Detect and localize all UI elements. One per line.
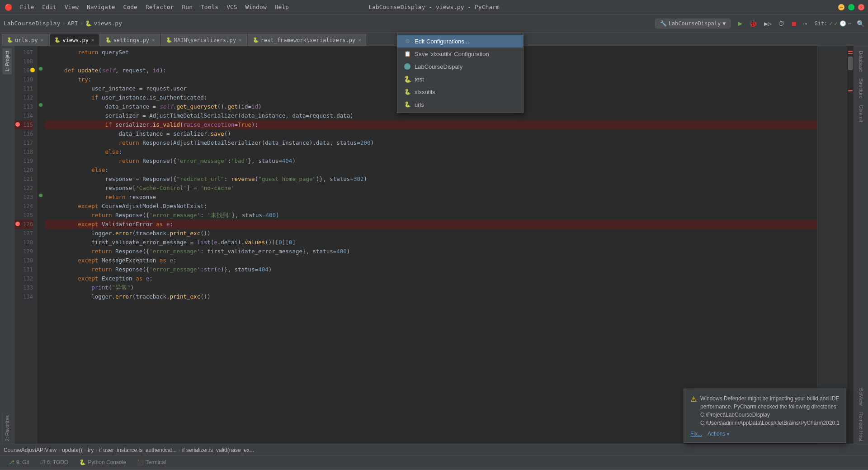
notification-actions-link[interactable]: Actions ▾ [708,431,729,437]
save-config-icon: 📋 [404,50,411,57]
close-views-tab[interactable]: ✕ [91,37,94,43]
git-history[interactable]: 🕐 [840,20,846,27]
code-line-132: except Exception as e: [45,274,817,283]
tab-rf-serializers-label: rest_framework\serializers.py [261,37,356,43]
dropdown-xlxsutils[interactable]: 🐍 xlxsutils [397,85,523,98]
dropdown-edit-configs[interactable]: ⚙ Edit Configurations... [397,35,523,47]
notification-fix-link[interactable]: Fix... [690,431,702,437]
menu-navigate[interactable]: Navigate [83,3,119,11]
window-controls: — □ ✕ [838,4,864,10]
dropdown-test[interactable]: 🐍 test [397,73,523,85]
tab-settings[interactable]: 🐍 settings.py ✕ [100,34,160,46]
sidebar-item-remote-host[interactable]: Remote Host [857,409,866,444]
notification-path-2: C:\Users\admin\AppData\Local\JetBrains\P… [700,420,840,426]
breadcrumb-if-valid[interactable]: if serializer.is_valid(raise_ex... [182,447,254,453]
breadcrumb-project[interactable]: LabCourseDisplay [4,20,60,27]
code-line-117: return Response(AdjustTimeDetailSerializ… [45,138,817,147]
search-button[interactable]: 🔍 [857,20,864,27]
menu-window[interactable]: Window [242,3,270,11]
views-tab-icon: 🐍 [54,37,61,43]
code-line-131: return Response({'error_message':str(e)}… [45,265,817,274]
toolbar-actions: ▶ 🐞 ▶▷ ⏱ ⏹ ⋯ [736,18,809,28]
bottom-breadcrumb: CourseAdjustAPIView › update() › try › i… [4,447,254,453]
dropdown-save-config[interactable]: 📋 Save 'xlxsutils' Configuration [397,47,523,60]
menu-tools[interactable]: Tools [197,3,222,11]
coverage-button[interactable]: ▶▷ [762,19,774,28]
code-line-115: if serializer.is_valid(raise_exception=T… [45,120,817,129]
code-line-127: logger.error(traceback.print_exc()) [45,229,817,238]
menu-refactor[interactable]: Refactor [142,3,178,11]
tab-serializers-label: MAIN\serializers.py [174,37,236,43]
menu-run[interactable]: Run [179,3,196,11]
sidebar-item-database[interactable]: Database [857,48,866,75]
close-button[interactable]: ✕ [858,4,864,10]
sidebar-item-structure[interactable]: Structure [857,76,866,101]
tab-todo[interactable]: ☑ 6: TODO [36,457,73,467]
stop-button[interactable]: ⏹ [789,19,799,28]
run-config-button[interactable]: 🔧 LabCourseDispaly ▼ [655,19,731,28]
code-line-122: response['Cache-Control'] = 'no-cache' [45,184,817,193]
dropdown-labcourse[interactable]: LabCourseDispaly [397,60,523,73]
breadcrumb: LabCourseDisplay › API › 🐍 views.py [4,20,122,27]
close-urls-tab[interactable]: ✕ [41,37,44,43]
close-rf-serializers-tab[interactable]: ✕ [358,37,361,43]
rf-serializers-tab-icon: 🐍 [253,37,259,43]
gutter [37,46,45,444]
menu-help[interactable]: Help [271,3,292,11]
code-line-118: else: [45,147,817,157]
breadcrumb-method[interactable]: update() [62,447,82,453]
notification-actions-arrow: ▾ [727,432,729,437]
minimap [817,46,854,444]
code-line-129: return Response({'error_message': first_… [45,247,817,256]
close-settings-tab[interactable]: ✕ [152,37,155,43]
code-line-128: first_validate_error_message = list(e.de… [45,238,817,247]
code-line-124: except CourseAdjustModel.DoesNotExist: [45,202,817,211]
tab-git[interactable]: ⎇ 9: Git [4,457,34,467]
breadcrumb-if-auth[interactable]: if user_instance.is_authenticat... [99,447,176,453]
tab-rf-serializers[interactable]: 🐍 rest_framework\serializers.py ✕ [248,34,366,46]
tab-python-console[interactable]: 🐍 Python Console [75,457,131,467]
notification-actions-label: Actions [708,431,725,437]
code-line-130: except MessageException as e: [45,256,817,265]
debug-button[interactable]: 🐞 [747,18,760,28]
code-line-133: print("异常") [45,283,817,292]
sidebar-item-favorites[interactable]: 2: Favorites [2,413,12,444]
menu-edit[interactable]: Edit [38,3,60,11]
sidebar-item-sciview[interactable]: SciView [857,385,866,408]
menu-view[interactable]: View [61,3,82,11]
terminal-label: Terminal [146,459,166,465]
tab-terminal[interactable]: ⬛ Terminal [132,457,170,467]
breadcrumb-api[interactable]: API [67,20,78,27]
sidebar-item-project[interactable]: 1: Project [2,48,12,74]
bottom-breadcrumb-bar: CourseAdjustAPIView › update() › try › i… [0,444,868,456]
menu-vcs[interactable]: VCS [223,3,241,11]
dropdown-urls[interactable]: 🐍 urls [397,98,523,111]
menu-code[interactable]: Code [120,3,141,11]
dropdown-save-config-label: Save 'xlxsutils' Configuration [415,51,489,57]
menu-file[interactable]: File [16,3,38,11]
close-serializers-tab[interactable]: ✕ [239,37,242,43]
notification-path-1: C:\Project\LabCourseDisplay [700,412,770,418]
tab-urls[interactable]: 🐍 urls.py ✕ [2,34,48,46]
tab-serializers[interactable]: 🐍 MAIN\serializers.py ✕ [161,34,247,46]
profile-button[interactable]: ⏱ [776,19,786,28]
breadcrumb-file[interactable]: views.py [94,20,122,27]
maximize-button[interactable]: □ [848,4,854,10]
sidebar-item-commit[interactable]: Commit [857,102,866,125]
run-button[interactable]: ▶ [736,18,744,28]
tab-views[interactable]: 🐍 views.py ✕ [49,34,99,46]
more-button[interactable]: ⋯ [802,19,809,28]
python-console-label: Python Console [88,459,126,465]
notification-header: ⚠ Windows Defender might be impacting yo… [690,394,840,427]
code-line-123: return response [45,193,817,202]
git-revert[interactable]: ↩ [848,20,851,27]
dropdown-xlxsutils-label: xlxsutils [415,89,435,95]
views-file-icon: 🐍 [85,20,92,27]
breadcrumb-class[interactable]: CourseAdjustAPIView [4,447,57,453]
breadcrumb-try[interactable]: try [88,447,94,453]
toolbar: LabCourseDisplay › API › 🐍 views.py 🔧 La… [0,14,868,33]
dropdown-arrow: ▼ [722,20,726,27]
minimize-button[interactable]: — [838,4,844,10]
code-line-134: logger.error(traceback.print_exc()) [45,292,817,301]
git-check-1: ✓ [829,20,832,27]
